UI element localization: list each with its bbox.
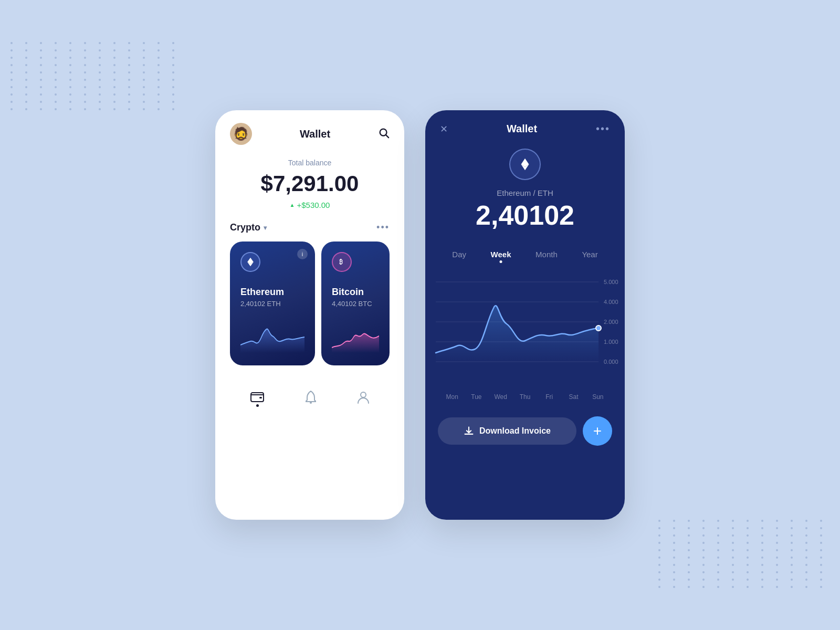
eth-name: Ethereum [240, 287, 304, 298]
svg-point-21 [596, 326, 601, 331]
x-label-sat: Sat [561, 393, 585, 401]
balance-label: Total balance [230, 159, 390, 167]
nav-notifications[interactable] [305, 391, 317, 407]
eth-coin-icon [240, 252, 260, 272]
svg-rect-6 [259, 397, 262, 398]
nav-wallet[interactable] [250, 391, 264, 407]
phones-container: 🧔 Wallet Total balance $7,291.00 +$530.0… [194, 89, 646, 541]
tab-week[interactable]: Week [487, 248, 516, 261]
eth-hero-icon [509, 149, 541, 180]
nav-active-dot [256, 404, 259, 407]
close-button[interactable]: ✕ [440, 123, 448, 135]
svg-text:1.000: 1.000 [604, 339, 618, 345]
balance-change: +$530.00 [230, 201, 390, 209]
eth-card[interactable]: i Ethereum 2,40102 ETH [230, 242, 315, 365]
chart-x-labels: Mon Tue Wed Thu Fri Sat Sun [425, 389, 625, 401]
btc-amount: 4,40102 BTC [332, 300, 379, 308]
eth-hero-value: 2,40102 [440, 202, 610, 229]
chevron-down-icon: ▾ [264, 224, 267, 232]
x-label-thu: Thu [513, 393, 537, 401]
eth-hero-name: Ethereum / ETH [440, 188, 610, 197]
btc-coin-icon: ₿ [332, 252, 352, 272]
search-button[interactable] [378, 127, 390, 141]
balance-section: Total balance $7,291.00 +$530.00 [215, 153, 404, 222]
time-tabs: Day Week Month Year [425, 239, 625, 261]
x-label-fri: Fri [537, 393, 561, 401]
x-label-tue: Tue [464, 393, 488, 401]
eth-hero-section: Ethereum / ETH 2,40102 [425, 143, 625, 239]
x-label-wed: Wed [489, 393, 513, 401]
more-options-button[interactable]: ••• [376, 222, 390, 233]
crypto-title[interactable]: Crypto ▾ [230, 222, 267, 233]
crypto-header: Crypto ▾ ••• [215, 222, 404, 242]
svg-point-7 [310, 402, 312, 404]
price-chart: 5.000 4.000 2.000 1.000 0.000 [425, 271, 625, 387]
svg-text:0.000: 0.000 [604, 359, 618, 365]
nav-profile[interactable] [358, 391, 369, 407]
svg-text:4.000: 4.000 [604, 299, 618, 305]
balance-amount: $7,291.00 [230, 171, 390, 196]
x-label-sun: Sun [586, 393, 610, 401]
bottom-nav [215, 380, 404, 422]
phone-detail: ✕ Wallet ••• Ethereum / ETH 2,40102 Day … [425, 110, 625, 520]
crypto-cards: i Ethereum 2,40102 ETH [215, 242, 404, 365]
btc-mini-chart [332, 316, 379, 355]
tab-month[interactable]: Month [531, 248, 562, 261]
btc-name: Bitcoin [332, 287, 379, 298]
svg-point-8 [361, 392, 366, 397]
x-label-mon: Mon [440, 393, 464, 401]
info-badge: i [297, 249, 308, 259]
download-invoice-button[interactable]: Download Invoice [438, 417, 576, 445]
phone-wallet: 🧔 Wallet Total balance $7,291.00 +$530.0… [215, 110, 404, 520]
phone2-bottom-bar: Download Invoice + [425, 406, 625, 463]
chart-area: 5.000 4.000 2.000 1.000 0.000 [425, 261, 625, 406]
svg-text:₿: ₿ [339, 258, 343, 265]
svg-text:5.000: 5.000 [604, 279, 618, 285]
btc-card[interactable]: ₿ Bitcoin 4,40102 BTC [321, 242, 390, 365]
phone1-title: Wallet [300, 128, 330, 140]
phone2-title: Wallet [507, 123, 537, 135]
more-menu-button[interactable]: ••• [596, 123, 610, 135]
download-icon [464, 426, 474, 436]
eth-mini-chart [240, 316, 304, 355]
tab-day[interactable]: Day [448, 248, 470, 261]
eth-amount: 2,40102 ETH [240, 300, 304, 308]
phone1-header: 🧔 Wallet [215, 110, 404, 153]
svg-text:2.000: 2.000 [604, 319, 618, 325]
tab-year[interactable]: Year [578, 248, 602, 261]
add-button[interactable]: + [583, 416, 612, 446]
phone2-header: ✕ Wallet ••• [425, 110, 625, 143]
avatar: 🧔 [230, 123, 252, 145]
svg-line-1 [386, 135, 388, 138]
